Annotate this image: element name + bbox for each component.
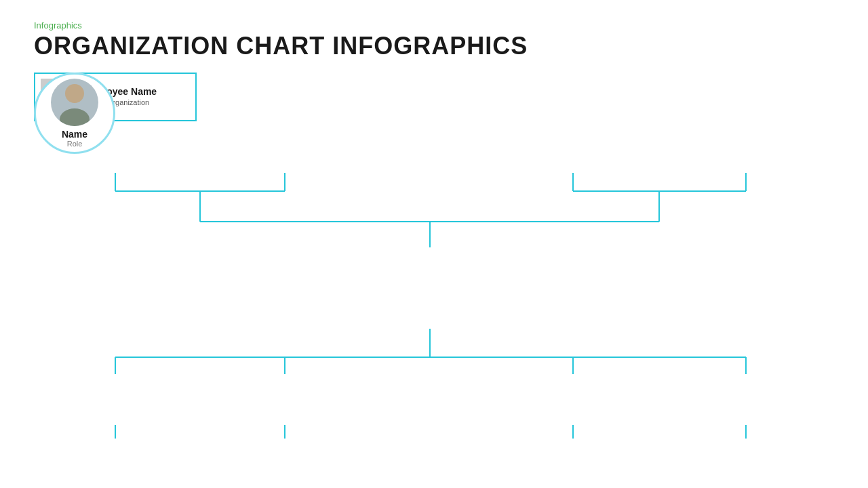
connector-lines <box>34 73 834 472</box>
center-avatar <box>51 79 98 126</box>
svg-point-38 <box>65 84 84 103</box>
svg-point-39 <box>60 108 90 126</box>
chart-area: Employee Name Role in organization Emplo… <box>34 73 834 472</box>
center-name: Name <box>62 129 87 140</box>
infographics-label: Infographics <box>34 20 834 30</box>
page: Infographics ORGANIZATION CHART INFOGRAP… <box>0 0 868 488</box>
main-title: ORGANIZATION CHART INFOGRAPHICS <box>34 32 834 60</box>
header: Infographics ORGANIZATION CHART INFOGRAP… <box>34 20 834 60</box>
center-role: Role <box>67 140 83 148</box>
center-circle: Name Role <box>34 73 115 154</box>
